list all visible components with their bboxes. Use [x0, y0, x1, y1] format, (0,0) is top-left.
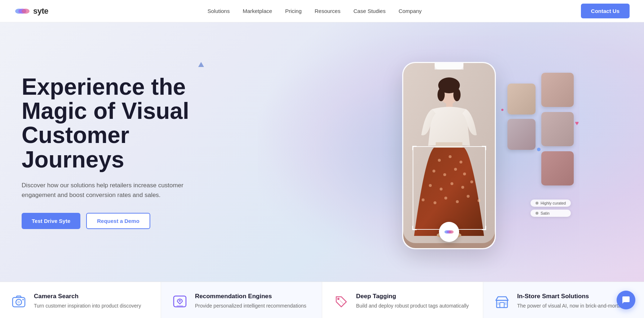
svg-point-24 [434, 201, 436, 204]
card-camera-search-text: Camera Search Turn customer inspiration … [34, 293, 141, 310]
product-thumbnails [507, 84, 536, 150]
card-in-store-desc: The power of visual AI, now in brick-and… [517, 302, 623, 310]
svg-point-19 [440, 188, 443, 191]
phone-notch [435, 63, 463, 70]
svg-point-36 [17, 301, 20, 304]
hero-content: Experience the Magic of Visual Customer … [0, 46, 252, 258]
pill-dot-2 [536, 212, 538, 215]
test-drive-button[interactable]: Test Drive Syte [22, 213, 80, 229]
card-recommendation-desc: Provide personalized intelligent recomme… [195, 302, 306, 310]
svg-point-27 [467, 195, 470, 198]
card-in-store-text: In-Store Smart Solutions The power of vi… [517, 293, 623, 310]
svg-point-28 [478, 199, 480, 202]
syte-logo-mini [444, 228, 454, 236]
nav-item-marketplace[interactable]: Marketplace [243, 8, 272, 14]
recommendation-icon [171, 293, 188, 310]
blue-dot-deco [537, 148, 541, 151]
product-thumb-1[interactable] [507, 84, 536, 115]
product-thumbnails-far [541, 73, 574, 185]
product-thumb-far-1[interactable] [541, 73, 574, 107]
nav-links: Solutions Marketplace Pricing Resources … [208, 8, 422, 14]
svg-point-2 [22, 9, 30, 14]
svg-point-12 [449, 155, 452, 158]
card-deep-tagging-text: Deep Tagging Build and deploy robust pro… [356, 293, 469, 310]
pill-dot-1 [536, 202, 538, 205]
contact-us-button[interactable]: Contact Us [581, 4, 630, 18]
hero-section: Experience the Magic of Visual Customer … [0, 22, 644, 282]
card-camera-search-desc: Turn customer inspiration into product d… [34, 302, 141, 310]
svg-rect-45 [504, 302, 507, 305]
product-thumb-2[interactable] [507, 119, 536, 150]
product-thumb-far-3[interactable] [541, 151, 574, 185]
filter-pill-label-2: Satin [541, 211, 550, 215]
svg-point-23 [422, 198, 425, 201]
logo[interactable]: syte [14, 6, 48, 16]
chat-bubble-button[interactable] [617, 291, 635, 309]
nav-item-case-studies[interactable]: Case Studies [354, 8, 386, 14]
hero-visual: Highly curated Satin ♥ [225, 22, 644, 282]
filter-pills: Highly curated Satin [530, 200, 571, 217]
svg-point-16 [454, 168, 457, 171]
logo-icon [14, 6, 30, 16]
svg-point-33 [449, 230, 454, 234]
svg-point-17 [463, 173, 466, 175]
tag-icon-svg [333, 294, 348, 309]
fashion-model-svg [403, 63, 495, 243]
camera-search-button[interactable] [439, 222, 459, 242]
svg-point-26 [456, 200, 459, 203]
nav-item-pricing[interactable]: Pricing [285, 8, 302, 14]
phone-frame [402, 62, 496, 249]
svg-point-13 [459, 161, 462, 164]
svg-point-8 [453, 88, 461, 101]
svg-rect-44 [497, 302, 500, 305]
nav-item-company[interactable]: Company [399, 8, 422, 14]
svg-point-18 [429, 184, 432, 187]
svg-rect-43 [500, 303, 504, 308]
svg-point-41 [337, 298, 339, 300]
store-icon-svg [494, 294, 510, 309]
logo-text: syte [33, 6, 48, 16]
svg-point-22 [470, 180, 473, 183]
svg-point-21 [461, 186, 464, 189]
card-deep-tagging-desc: Build and deploy robust product tags aut… [356, 302, 469, 310]
navbar: syte Solutions Marketplace Pricing Resou… [0, 0, 644, 22]
svg-point-7 [438, 88, 445, 101]
chat-icon [622, 296, 630, 304]
svg-point-14 [432, 170, 435, 173]
in-store-icon [493, 293, 511, 310]
hero-title: Experience the Magic of Visual Customer … [22, 75, 231, 172]
phone-mockup: Highly curated Satin ♥ [402, 62, 496, 249]
card-recommendation-title: Recommendation Engines [195, 293, 306, 300]
product-thumb-far-2[interactable] [541, 112, 574, 146]
card-camera-search: Camera Search Turn customer inspiration … [0, 282, 161, 318]
recommendation-icon-svg [172, 294, 187, 309]
filter-pill-label-1: Highly curated [541, 201, 566, 205]
hero-buttons: Test Drive Syte Request a Demo [22, 213, 231, 229]
feature-cards: Camera Search Turn customer inspiration … [0, 282, 644, 318]
card-camera-search-title: Camera Search [34, 293, 141, 300]
card-recommendation-text: Recommendation Engines Provide personali… [195, 293, 306, 310]
camera-icon-svg [11, 294, 26, 309]
card-in-store-title: In-Store Smart Solutions [517, 293, 623, 300]
svg-point-25 [444, 197, 447, 200]
svg-rect-40 [177, 305, 183, 306]
nav-item-solutions[interactable]: Solutions [208, 8, 230, 14]
heart-deco-icon: ♥ [575, 120, 579, 127]
deep-tagging-icon [332, 293, 350, 310]
request-demo-button[interactable]: Request a Demo [86, 213, 150, 229]
card-deep-tagging: Deep Tagging Build and deploy robust pro… [322, 282, 483, 318]
card-recommendation: Recommendation Engines Provide personali… [161, 282, 322, 318]
filter-pill-2[interactable]: Satin [530, 210, 571, 217]
hero-subtitle: Discover how our solutions help retailer… [22, 180, 209, 200]
svg-point-37 [22, 299, 24, 300]
svg-point-20 [450, 182, 453, 185]
svg-point-11 [438, 159, 441, 162]
camera-search-icon [10, 293, 27, 310]
card-deep-tagging-title: Deep Tagging [356, 293, 469, 300]
svg-point-15 [443, 173, 446, 176]
phone-image-area [403, 63, 495, 248]
filter-pill-1[interactable]: Highly curated [530, 200, 571, 207]
nav-item-resources[interactable]: Resources [315, 8, 341, 14]
